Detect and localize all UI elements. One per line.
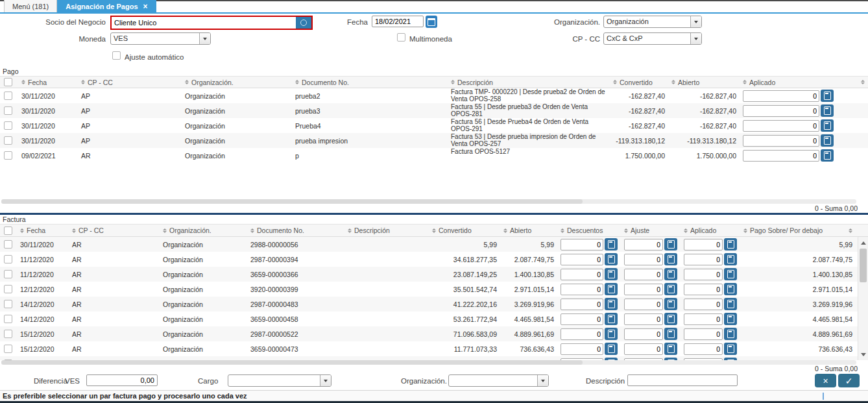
calculator-button[interactable] [821, 149, 834, 162]
calculator-button[interactable] [605, 238, 618, 250]
aplicado-input[interactable] [684, 269, 723, 280]
select-all-checkbox[interactable] [4, 226, 12, 235]
calculator-button[interactable] [664, 238, 677, 250]
row-checkbox[interactable] [4, 240, 12, 249]
scrollbar-thumb[interactable] [1, 199, 583, 204]
aplicado-input[interactable] [684, 313, 723, 325]
col-header-aplicado[interactable]: Aplicado [740, 77, 837, 88]
calculator-button[interactable] [724, 283, 737, 295]
row-checkbox[interactable] [4, 330, 12, 338]
tab-asignacion-de-pagos[interactable]: Asignación de Pagos × [57, 0, 156, 12]
aplicado-input[interactable] [743, 90, 819, 102]
col-header-abierto[interactable]: Abierto [500, 225, 557, 236]
aplicado-input[interactable] [684, 299, 723, 310]
col-header-pago-sobre[interactable]: Pago Sobre/ Por debajo [740, 225, 868, 236]
factura-vertical-scrollbar[interactable] [858, 237, 868, 360]
aplicado-input[interactable] [684, 284, 723, 295]
calculator-button[interactable] [821, 119, 834, 132]
ajuste-input[interactable] [624, 328, 663, 340]
close-tab-icon[interactable]: × [143, 3, 148, 10]
tab-menu[interactable]: Menú (181) [4, 0, 57, 12]
combo-dropdown-button[interactable] [690, 33, 701, 44]
row-checkbox[interactable] [4, 270, 12, 278]
cargo-combo[interactable] [228, 374, 332, 387]
scrollbar-thumb[interactable] [860, 249, 867, 282]
col-header-cpcc[interactable]: CP - CC [78, 77, 182, 88]
cpcc-combo[interactable]: CxC & CxP [603, 32, 702, 45]
row-checkbox[interactable] [4, 121, 12, 130]
aplicado-input[interactable] [684, 239, 723, 250]
footer-descripcion-input[interactable] [627, 374, 738, 386]
scroll-down-button[interactable] [858, 350, 868, 359]
calculator-button[interactable] [724, 328, 737, 340]
descuentos-input[interactable] [561, 254, 603, 265]
calculator-button[interactable] [821, 104, 834, 117]
calculator-button[interactable] [605, 253, 618, 265]
calculator-button[interactable] [724, 298, 737, 310]
col-header-organizacion[interactable]: Organización. [182, 77, 292, 88]
calculator-button[interactable] [605, 283, 618, 295]
calculator-button[interactable] [605, 298, 618, 310]
combo-dropdown-button[interactable] [537, 375, 548, 386]
ajuste-input[interactable] [624, 269, 663, 280]
aplicado-input[interactable] [684, 254, 723, 265]
row-checkbox[interactable] [4, 151, 12, 160]
calculator-button[interactable] [664, 283, 677, 295]
calendar-button[interactable] [426, 16, 437, 28]
cancel-button[interactable]: × [815, 374, 836, 387]
calculator-button[interactable] [664, 328, 677, 340]
col-header-aplicado[interactable]: Aplicado [681, 225, 740, 236]
col-header-documento[interactable]: Documento No. [292, 77, 448, 88]
organizacion-combo[interactable]: Organización [603, 16, 702, 28]
row-checkbox[interactable] [4, 136, 12, 145]
col-header-fecha[interactable]: Fecha [17, 225, 69, 236]
descuentos-input[interactable] [561, 269, 603, 280]
combo-dropdown-button[interactable] [690, 16, 701, 27]
descuentos-input[interactable] [561, 313, 603, 325]
footer-organizacion-combo[interactable] [448, 374, 549, 387]
calculator-button[interactable] [821, 90, 834, 102]
ajuste-input[interactable] [624, 254, 663, 265]
multimoneda-checkbox[interactable] [397, 33, 405, 42]
row-checkbox[interactable] [4, 315, 12, 323]
resize-handle[interactable] [823, 393, 824, 400]
calculator-button[interactable] [664, 268, 677, 280]
calculator-button[interactable] [724, 253, 737, 265]
row-checkbox[interactable] [4, 106, 12, 115]
descuentos-input[interactable] [561, 328, 603, 340]
aplicado-input[interactable] [743, 120, 819, 132]
moneda-combo[interactable]: VES [110, 32, 211, 45]
ajuste-input[interactable] [624, 239, 663, 250]
col-header-convertido[interactable]: Convertido [429, 225, 500, 236]
col-header-documento[interactable]: Documento No. [247, 225, 344, 236]
calculator-button[interactable] [724, 343, 737, 355]
ajuste-input[interactable] [624, 343, 663, 355]
ajuste-input[interactable] [624, 284, 663, 295]
col-header-ajuste[interactable]: Ajuste [621, 225, 681, 236]
calculator-button[interactable] [724, 313, 737, 325]
aplicado-input[interactable] [684, 343, 723, 355]
aplicado-input[interactable] [743, 105, 819, 117]
calculator-button[interactable] [605, 328, 618, 340]
calculator-button[interactable] [664, 343, 677, 355]
row-checkbox[interactable] [4, 345, 12, 353]
col-header-convertido[interactable]: Convertido [610, 77, 668, 88]
socio-negocio-input[interactable] [112, 17, 296, 29]
col-header-abierto[interactable]: Abierto [668, 77, 740, 88]
diferencia-input[interactable] [86, 374, 158, 386]
descuentos-input[interactable] [561, 343, 603, 355]
col-header-organizacion[interactable]: Organización. [160, 225, 247, 236]
aplicado-input[interactable] [743, 135, 819, 147]
col-header-fecha[interactable]: Fecha [18, 77, 78, 88]
aplicado-input[interactable] [743, 150, 819, 162]
calculator-button[interactable] [664, 313, 677, 325]
calculator-button[interactable] [664, 253, 677, 265]
select-all-checkbox[interactable] [4, 78, 12, 86]
scroll-up-button[interactable] [858, 238, 868, 247]
row-checkbox[interactable] [4, 92, 12, 100]
ajuste-input[interactable] [624, 299, 663, 310]
combo-dropdown-button[interactable] [320, 375, 331, 386]
descuentos-input[interactable] [561, 284, 603, 295]
ajuste-automatico-checkbox[interactable] [112, 51, 121, 60]
pago-horizontal-scrollbar[interactable] [1, 199, 856, 204]
